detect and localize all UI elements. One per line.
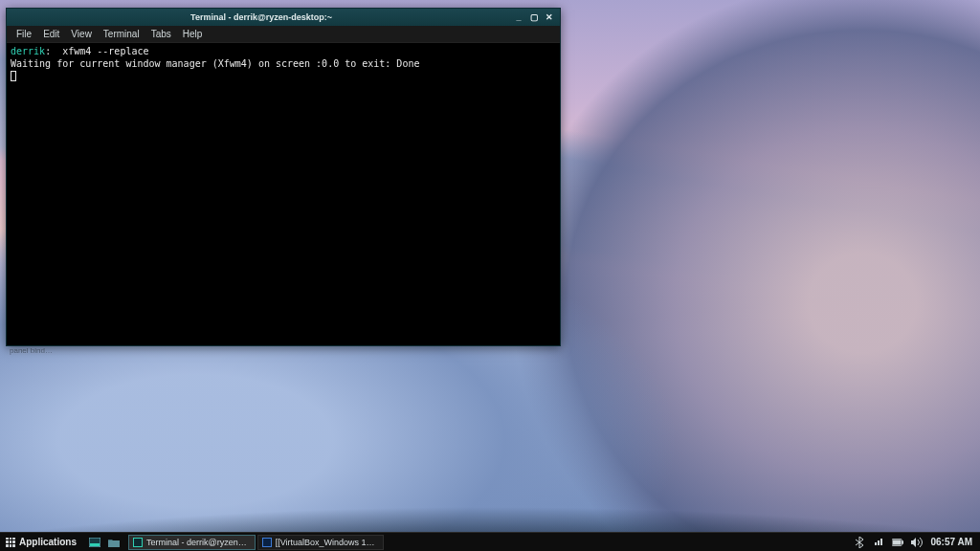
taskbar-item-label: Terminal - derrik@ryzen… [146,536,247,549]
file-manager-button[interactable] [105,535,122,550]
volume-indicator[interactable] [911,537,923,548]
terminal-cursor [11,71,16,81]
terminal-window[interactable]: Terminal - derrik@ryzen-desktop:~ _ ▢ ✕ … [6,8,561,346]
terminal-output[interactable]: derrik: xfwm4 --replace Waiting for curr… [7,43,560,345]
menu-file[interactable]: File [12,26,35,43]
window-minimize-button[interactable]: _ [512,11,525,23]
menu-tabs[interactable]: Tabs [147,26,175,43]
menu-terminal[interactable]: Terminal [100,26,144,43]
prompt-user: derrik [11,46,45,56]
taskbar: Applications Terminal - derrik@ryzen… [[… [0,532,980,551]
svg-rect-1 [90,543,100,546]
network-icon [873,538,884,547]
bluetooth-icon [855,537,864,548]
taskbar-clock[interactable]: 06:57 AM [930,537,972,547]
volume-icon [911,538,923,547]
show-desktop-button[interactable] [86,535,103,550]
applications-menu-button[interactable]: Applications [0,533,82,552]
menu-help[interactable]: Help [179,26,207,43]
quick-launchers [86,535,122,550]
network-indicator[interactable] [873,537,884,548]
applications-label: Applications [19,533,77,552]
terminal-output-line: Waiting for current window manager (Xfwm… [11,58,419,69]
battery-icon [892,539,903,546]
window-title: Terminal - derrik@ryzen-desktop:~ [11,9,512,26]
taskbar-item-virtualbox[interactable]: [[VirtualBox_Windows 1… [257,535,384,550]
taskbar-window-list: Terminal - derrik@ryzen… [[VirtualBox_Wi… [128,535,384,550]
svg-rect-5 [893,540,902,544]
prompt-separator: : [45,46,62,56]
svg-rect-4 [902,540,904,543]
window-menubar: File Edit View Terminal Tabs Help [7,26,560,43]
window-titlebar[interactable]: Terminal - derrik@ryzen-desktop:~ _ ▢ ✕ [7,9,560,26]
taskbar-item-terminal[interactable]: Terminal - derrik@ryzen… [128,535,256,550]
menu-view[interactable]: View [67,26,96,43]
desktop-faint-label: panel bind… [10,346,53,355]
terminal-task-icon [133,538,143,547]
terminal-command: xfwm4 --replace [62,46,148,56]
window-close-button[interactable]: ✕ [543,11,556,23]
system-tray: 06:57 AM [846,537,980,548]
taskbar-item-label: [[VirtualBox_Windows 1… [276,536,375,549]
bluetooth-indicator[interactable] [854,537,865,548]
menu-edit[interactable]: Edit [39,26,63,43]
svg-rect-2 [108,540,120,547]
file-manager-icon [108,538,120,547]
window-maximize-button[interactable]: ▢ [527,11,541,23]
battery-indicator[interactable] [892,537,903,548]
applications-grid-icon [6,538,15,547]
show-desktop-icon [89,538,100,547]
virtualbox-task-icon [262,538,272,547]
